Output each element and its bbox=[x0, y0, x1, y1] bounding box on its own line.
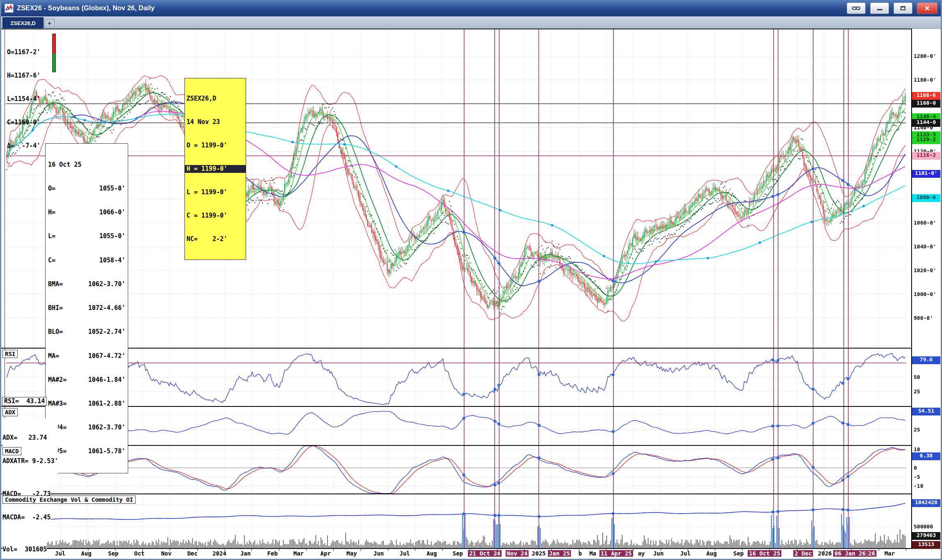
time-axis-label: Aug bbox=[426, 550, 437, 557]
time-axis-tick bbox=[742, 549, 743, 551]
time-axis-label: Ma bbox=[589, 550, 596, 557]
time-axis-tick bbox=[688, 549, 688, 551]
time-axis-event-label: 06 Jan 26 bbox=[833, 550, 867, 557]
time-axis-tick bbox=[306, 549, 306, 551]
tab-strip: ZSEX26,D + bbox=[1, 16, 941, 29]
time-axis-event-label: Jan 25 bbox=[548, 550, 571, 557]
time-axis-tick bbox=[415, 549, 415, 551]
macd-readout: MACD= -2.73 MACDA= -2.45 bbox=[2, 475, 51, 537]
time-axis-tick bbox=[333, 549, 334, 551]
time-axis-tick bbox=[170, 549, 170, 551]
cursor-row: BHI=1072-4.66' bbox=[48, 304, 125, 312]
link-icon bbox=[852, 5, 860, 11]
tab-zsex26d[interactable]: ZSEX26,D bbox=[2, 17, 44, 28]
ohlc-open: O=1167-2' bbox=[7, 48, 40, 56]
tooltip-symbol: ZSEX26,D bbox=[187, 95, 244, 103]
time-axis-label: Feb bbox=[267, 550, 278, 557]
time-axis-event-label: 21 Oct 24 bbox=[468, 550, 502, 557]
axis-value-badge: 54.51 bbox=[912, 408, 940, 415]
add-tab-button[interactable]: + bbox=[44, 19, 55, 27]
cursor-date: 16 Oct 25 bbox=[48, 161, 125, 169]
axis-tick-label: 1040-0' bbox=[914, 243, 936, 250]
time-axis-tick bbox=[470, 549, 470, 551]
window-title: ZSEX26 - Soybeans (Globex), Nov 26, Dail… bbox=[17, 5, 842, 12]
time-axis-label: 2025 bbox=[532, 550, 546, 557]
bar-data-tooltip: ZSEX26,D 14 Nov 23 O = 1199-0' H = 1199-… bbox=[184, 78, 246, 260]
axis-value-badge: 279463 bbox=[912, 532, 940, 540]
cursor-row: BLO=1052-2.74' bbox=[48, 328, 125, 336]
time-axis-label: Mar bbox=[884, 550, 895, 557]
chart-plot[interactable] bbox=[1, 29, 912, 549]
time-axis-label: Aug bbox=[706, 550, 716, 557]
time-axis-tick bbox=[224, 549, 225, 551]
axis-value-badge: 79.6 bbox=[912, 356, 940, 364]
time-axis-tick bbox=[797, 549, 797, 551]
time-axis-tick bbox=[661, 549, 661, 551]
ohlc-change: Δ= -7-4' bbox=[7, 142, 40, 150]
cursor-row: L=1055-0' bbox=[48, 232, 125, 240]
axis-tick-label: -5 bbox=[914, 474, 920, 480]
minimize-button[interactable] bbox=[870, 2, 889, 14]
axis-value-badge: 13513 bbox=[912, 541, 940, 549]
tooltip-high: H = 1199-0' bbox=[185, 165, 246, 173]
time-axis-label: Sep bbox=[108, 550, 118, 557]
chart-canvas[interactable]: O=1167-2' H=1167-6' L=1154-4' C=1160-0' … bbox=[1, 29, 941, 549]
time-axis-tick bbox=[497, 549, 497, 551]
time-axis-tick bbox=[715, 549, 715, 551]
axis-tick-label: -10 bbox=[914, 483, 923, 489]
time-axis-tick bbox=[388, 549, 388, 551]
time-axis-tick bbox=[251, 549, 252, 551]
link-button[interactable] bbox=[847, 2, 866, 14]
titlebar: ZSEX26 - Soybeans (Globex), Nov 26, Dail… bbox=[1, 0, 941, 16]
axis-tick-label: 1180-0' bbox=[914, 77, 936, 83]
axis-tick-label: 980-0' bbox=[914, 315, 933, 321]
axis-value-badge: 1116-2 bbox=[912, 152, 940, 160]
cursor-row: C=1058-4' bbox=[48, 257, 125, 264]
time-axis-tick bbox=[606, 549, 606, 551]
time-axis-tick bbox=[88, 549, 88, 551]
time-axis-event-label: 2 Dec bbox=[793, 550, 813, 557]
time-axis-label: Jun bbox=[373, 550, 384, 557]
axis-tick-label: 25 bbox=[914, 427, 920, 433]
axis-tick-label: 1000-0' bbox=[914, 291, 936, 297]
time-axis-label: Jul bbox=[400, 550, 410, 557]
cursor-row: MA#2=1046-1.84' bbox=[48, 376, 125, 384]
cursor-row: MA#3=1061-2.88' bbox=[48, 400, 125, 408]
maximize-icon bbox=[901, 6, 905, 10]
time-axis-tick bbox=[579, 549, 579, 551]
cursor-row: MA#5=1061-5.78' bbox=[48, 448, 125, 455]
time-axis-label: Sep bbox=[733, 550, 744, 557]
axis-value-badge: 1166-6 bbox=[912, 92, 940, 100]
time-axis-event-label: 11 Apr 25 bbox=[599, 550, 633, 557]
time-axis-tick bbox=[879, 549, 879, 551]
axis-value-badge: 6.38 bbox=[912, 452, 940, 460]
time-axis-label: Sep bbox=[453, 550, 463, 557]
time-axis-tick bbox=[769, 549, 770, 551]
close-icon: ✕ bbox=[924, 5, 930, 12]
tooltip-date: 14 Nov 23 bbox=[187, 118, 244, 126]
axis-value-badge: 1101-0' bbox=[912, 170, 940, 178]
close-button[interactable]: ✕ bbox=[917, 2, 937, 14]
time-axis-tick bbox=[824, 549, 825, 551]
time-axis-tick bbox=[524, 549, 525, 551]
time-axis-label: Jun bbox=[653, 550, 663, 557]
tooltip-open: O = 1199-0' bbox=[187, 142, 244, 149]
axis-tick-label: 25 bbox=[914, 388, 920, 395]
last-candle-glyph bbox=[52, 34, 56, 72]
axis-tick-label: 1020-0' bbox=[914, 267, 936, 273]
axis-value-badge: 1129-2 bbox=[912, 136, 940, 144]
axis-tick-label: 1060-0' bbox=[914, 220, 936, 226]
time-axis-tick bbox=[361, 549, 361, 551]
cursor-row: O=1055-0' bbox=[48, 185, 125, 193]
time-axis-tick bbox=[442, 549, 443, 551]
cursor-row: BMA=1062-3.70' bbox=[48, 280, 125, 288]
time-axis-label: Oct bbox=[134, 550, 144, 557]
time-axis-tick bbox=[851, 549, 852, 551]
axis-value-badge: 1080-6 bbox=[912, 194, 940, 202]
time-axis-event-label: Nov 24 bbox=[506, 550, 529, 557]
time-axis-label: 2026 bbox=[818, 550, 832, 557]
time-axis-tick bbox=[197, 549, 198, 551]
time-axis-label: Jul bbox=[55, 550, 65, 557]
axis-tick-label: 50 bbox=[914, 374, 920, 380]
maximize-button[interactable] bbox=[894, 2, 912, 14]
